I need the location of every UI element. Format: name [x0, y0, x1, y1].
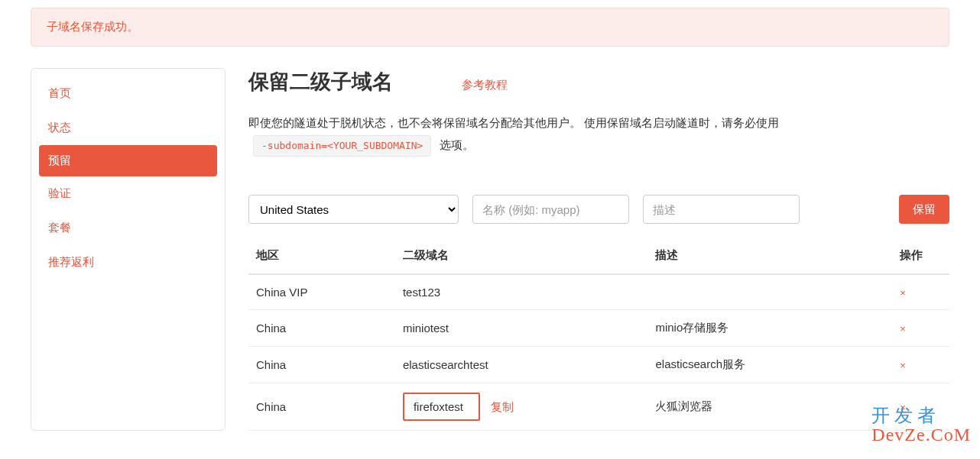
cell-domain: test123 — [395, 274, 648, 310]
cell-domain: elasticsearchtest — [395, 347, 648, 383]
th-domain: 二级域名 — [395, 238, 648, 274]
code-chip: -subdomain=<YOUR_SUBDOMAIN> — [253, 135, 431, 157]
main-content: 保留二级子域名 参考教程 即使您的隧道处于脱机状态，也不会将保留域名分配给其他用… — [248, 68, 949, 431]
copy-link[interactable]: 复制 — [491, 400, 514, 413]
cell-desc: elasticsearch服务 — [647, 347, 892, 383]
cell-desc — [647, 274, 892, 310]
table-row: China VIP test123 × — [248, 274, 949, 310]
sidebar-item-status[interactable]: 状态 — [31, 111, 225, 145]
cell-desc: minio存储服务 — [647, 310, 892, 347]
sidebar: 首页 状态 预留 验证 套餐 推荐返利 — [31, 68, 226, 431]
sidebar-item-plan[interactable]: 套餐 — [31, 211, 225, 245]
cell-domain: firefoxtest 复制 — [395, 383, 648, 431]
delete-icon[interactable]: × — [900, 287, 906, 299]
table-row: China miniotest minio存储服务 × — [248, 310, 949, 347]
cell-region: China — [248, 383, 395, 431]
sidebar-item-reserved[interactable]: 预留 — [39, 145, 217, 176]
th-region: 地区 — [248, 238, 395, 274]
cell-desc: 火狐浏览器 — [647, 383, 892, 431]
desc-post: 选项。 — [440, 138, 474, 151]
cell-domain: miniotest — [395, 310, 648, 347]
sidebar-item-referral[interactable]: 推荐返利 — [31, 245, 225, 280]
reserve-button[interactable]: 保留 — [899, 195, 949, 224]
page-title: 保留二级子域名 — [248, 68, 393, 95]
domains-table: 地区 二级域名 描述 操作 China VIP test123 × China — [248, 238, 949, 431]
tutorial-link[interactable]: 参考教程 — [462, 78, 508, 92]
table-row: China firefoxtest 复制 火狐浏览器 × — [248, 383, 949, 431]
delete-icon[interactable]: × — [900, 323, 906, 335]
table-row: China elasticsearchtest elasticsearch服务 … — [248, 347, 949, 383]
page-description: 即使您的隧道处于脱机状态，也不会将保留域名分配给其他用户。 使用保留域名启动隧道… — [248, 112, 799, 157]
controls-row: United States 保留 — [248, 195, 949, 224]
desc-pre: 即使您的隧道处于脱机状态，也不会将保留域名分配给其他用户。 使用保留域名启动隧道… — [248, 116, 779, 129]
sidebar-item-auth[interactable]: 验证 — [31, 176, 225, 211]
cell-region: China VIP — [248, 274, 395, 310]
sidebar-item-home[interactable]: 首页 — [31, 76, 225, 111]
delete-icon[interactable]: × — [900, 360, 906, 371]
desc-input[interactable] — [643, 195, 800, 224]
th-action: 操作 — [892, 238, 949, 274]
region-select[interactable]: United States — [248, 195, 459, 224]
highlighted-domain: firefoxtest — [403, 393, 480, 421]
alert-message: 子域名保存成功。 — [47, 20, 138, 33]
cell-region: China — [248, 310, 395, 347]
success-alert: 子域名保存成功。 — [31, 8, 949, 47]
name-input[interactable] — [472, 195, 629, 224]
delete-icon[interactable]: × — [900, 402, 906, 413]
th-desc: 描述 — [647, 238, 892, 274]
cell-region: China — [248, 347, 395, 383]
